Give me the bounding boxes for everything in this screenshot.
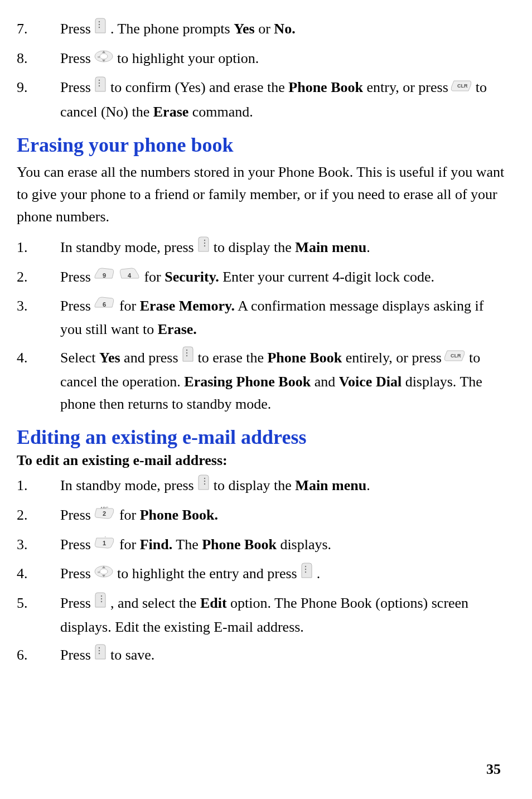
- bold-text: No.: [274, 21, 295, 37]
- svg-point-4: [100, 54, 108, 59]
- list-body: In standby mode, press to display the Ma…: [60, 236, 507, 260]
- list-item: 2.Press WXYZ9 GHI4 for Security. Enter y…: [17, 266, 507, 289]
- list-item: 2.Press ABC2 for Phone Book.: [17, 504, 507, 527]
- svg-point-10: [204, 239, 205, 240]
- soft-right-icon: [301, 562, 313, 585]
- list-item: 4.Select Yes and press to erase the Phon…: [17, 347, 507, 416]
- list-number: 6.: [17, 644, 60, 666]
- bold-text: Find.: [140, 536, 173, 553]
- svg-point-0: [99, 21, 100, 22]
- svg-point-34: [305, 568, 306, 569]
- svg-point-24: [204, 481, 205, 482]
- bold-text: Yes: [234, 21, 255, 37]
- bold-text: Phone Book.: [140, 507, 218, 523]
- key9-icon: WXYZ9: [94, 266, 115, 288]
- bold-text: Main menu: [295, 239, 366, 255]
- list-number: 9.: [17, 76, 60, 99]
- svg-point-35: [305, 571, 306, 572]
- list-body: Press . The phone prompts Yes or No.: [60, 18, 507, 42]
- svg-point-2: [99, 27, 100, 28]
- list-body: Press ABC2 for Phone Book.: [60, 504, 507, 527]
- list-item: 1.In standby mode, press to display the …: [17, 474, 507, 498]
- svg-text:4: 4: [128, 272, 132, 279]
- svg-point-39: [99, 647, 100, 648]
- svg-point-8: [99, 85, 100, 86]
- svg-point-20: [186, 352, 187, 354]
- list-body: Select Yes and press to erase the Phone …: [60, 347, 507, 416]
- list-number: 4.: [17, 347, 60, 369]
- svg-point-33: [305, 565, 306, 566]
- soft-right-icon: [94, 17, 107, 41]
- nav-icon: ✉: [94, 47, 113, 70]
- list-number: 3.: [17, 295, 60, 317]
- list-body: Press _'1 for Find. The Phone Book displ…: [60, 534, 507, 557]
- bold-text: Erase: [153, 104, 189, 120]
- svg-point-31: [100, 569, 108, 574]
- svg-point-38: [101, 601, 102, 602]
- bold-text: Erase Memory.: [140, 298, 235, 314]
- list-body: Press WXYZ9 GHI4 for Security. Enter you…: [60, 266, 507, 289]
- list-body: Press , and select the Edit option. The …: [60, 592, 507, 638]
- list-item: 8.Press ✉ to highlight your option.: [17, 47, 507, 71]
- bold-text: Phone Book: [202, 536, 277, 553]
- svg-point-36: [101, 595, 102, 597]
- list-item: 9.Press to confirm (Yes) and erase the P…: [17, 76, 507, 123]
- top-list: 7.Press . The phone prompts Yes or No.8.…: [17, 18, 507, 123]
- bold-text: Erase.: [158, 321, 197, 337]
- svg-text:✉: ✉: [98, 56, 100, 59]
- bold-text: Erasing Phone Book: [184, 374, 311, 390]
- svg-text:CLR: CLR: [457, 83, 468, 89]
- soft-right-icon: [94, 643, 107, 667]
- svg-text:9: 9: [103, 272, 106, 279]
- svg-point-40: [99, 650, 100, 651]
- subhead-editing: To edit an existing e-mail address:: [17, 452, 507, 469]
- list-body: Press to save.: [60, 644, 507, 668]
- clr-key-icon: CLR: [445, 346, 465, 369]
- svg-text:1: 1: [103, 540, 106, 546]
- list-number: 4.: [17, 563, 60, 585]
- svg-point-11: [204, 242, 205, 243]
- list-body: In standby mode, press to display the Ma…: [60, 474, 507, 498]
- soft-right-icon: [94, 76, 107, 99]
- list-body: Press MNO6 for Erase Memory. A confirmat…: [60, 295, 507, 341]
- heading-editing: Editing an existing e-mail address: [17, 425, 507, 449]
- svg-point-23: [204, 478, 205, 479]
- list-number: 3.: [17, 534, 60, 556]
- page-number: 35: [486, 761, 501, 778]
- bold-text: Voice Dial: [339, 374, 402, 390]
- svg-text:2: 2: [103, 510, 106, 517]
- list-body: Press to confirm (Yes) and erase the Pho…: [60, 76, 507, 123]
- svg-point-1: [99, 24, 100, 25]
- svg-point-21: [186, 355, 187, 356]
- list-item: 3.Press MNO6 for Erase Memory. A confirm…: [17, 295, 507, 341]
- edit-list: 1.In standby mode, press to display the …: [17, 474, 507, 668]
- heading-erasing: Erasing your phone book: [17, 133, 507, 157]
- list-number: 1.: [17, 236, 60, 259]
- list-number: 8.: [17, 47, 60, 70]
- para-erasing: You can erase all the numbers stored in …: [17, 161, 507, 229]
- list-body: Press ✉ to highlight the entry and press…: [60, 563, 507, 587]
- bold-text: Security.: [165, 269, 219, 285]
- svg-text:6: 6: [103, 301, 106, 308]
- bold-text: Edit: [200, 595, 227, 611]
- svg-point-37: [101, 598, 102, 599]
- list-item: 3.Press _'1 for Find. The Phone Book dis…: [17, 534, 507, 557]
- list-number: 2.: [17, 504, 60, 526]
- bold-text: Phone Book: [288, 79, 363, 95]
- list-number: 1.: [17, 474, 60, 497]
- key4-icon: GHI4: [119, 266, 141, 288]
- svg-point-12: [204, 245, 205, 246]
- svg-point-25: [204, 483, 205, 485]
- list-item: 6.Press to save.: [17, 644, 507, 668]
- svg-point-41: [99, 653, 100, 654]
- soft-right-icon: [182, 346, 194, 369]
- soft-left-icon: [197, 236, 210, 259]
- clr-key-icon: CLR: [452, 76, 472, 99]
- list-number: 5.: [17, 592, 60, 614]
- svg-text:CLR: CLR: [451, 353, 461, 359]
- list-item: 4.Press ✉ to highlight the entry and pre…: [17, 563, 507, 587]
- nav-icon: ✉: [94, 563, 113, 585]
- soft-left-icon: [197, 474, 210, 497]
- svg-point-6: [99, 80, 100, 81]
- key6-icon: MNO6: [94, 295, 115, 317]
